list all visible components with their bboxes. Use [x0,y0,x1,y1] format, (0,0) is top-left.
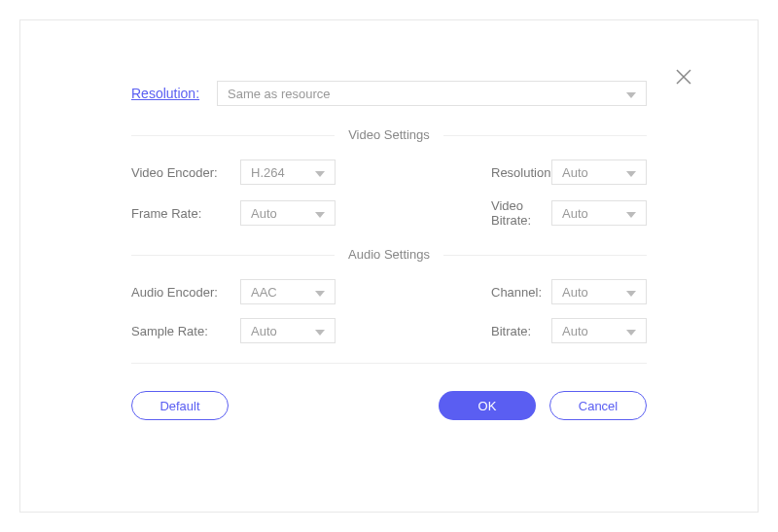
resolution-link-label[interactable]: Resolution: [131,86,199,101]
chevron-down-icon [315,165,325,180]
close-icon [674,67,693,90]
chevron-down-icon [626,206,636,221]
frame-rate-label: Frame Rate: [131,206,240,221]
video-resolution-label: Resolution: [491,165,551,180]
chevron-down-icon [315,206,325,221]
sample-rate-label: Sample Rate: [131,324,240,338]
chevron-down-icon [315,285,325,300]
audio-settings-title: Audio Settings [335,247,443,262]
video-resolution-value: Auto [562,165,588,180]
channel-label: Channel: [491,285,551,300]
video-encoder-value: H.264 [251,165,285,180]
video-resolution-select[interactable]: Auto [551,160,647,185]
audio-bitrate-value: Auto [562,324,588,338]
divider [131,363,647,364]
chevron-down-icon [626,285,636,300]
video-bitrate-label: Video Bitrate: [491,198,551,228]
video-settings-title: Video Settings [335,127,443,142]
audio-bitrate-label: Bitrate: [491,324,551,338]
close-button[interactable] [670,65,697,92]
audio-bitrate-select[interactable]: Auto [551,318,647,343]
chevron-down-icon [626,87,636,101]
chevron-down-icon [626,324,636,338]
chevron-down-icon [626,165,636,180]
audio-encoder-label: Audio Encoder: [131,285,240,300]
frame-rate-select[interactable]: Auto [240,200,336,226]
audio-settings-grid: Audio Encoder: AAC Channel: Auto Sample … [131,279,647,343]
video-encoder-select[interactable]: H.264 [240,160,336,185]
channel-select[interactable]: Auto [551,279,647,304]
audio-settings-header: Audio Settings [131,247,647,262]
top-resolution-row: Resolution: Same as resource [131,81,647,106]
cancel-button[interactable]: Cancel [549,391,647,420]
audio-encoder-value: AAC [251,285,277,300]
video-settings-grid: Video Encoder: H.264 Resolution: Auto Fr… [131,160,647,228]
chevron-down-icon [315,324,325,338]
button-row: Default OK Cancel [131,391,647,420]
frame-rate-value: Auto [251,206,277,221]
video-encoder-label: Video Encoder: [131,165,240,180]
settings-dialog: Resolution: Same as resource Video Setti… [19,19,759,513]
ok-button[interactable]: OK [439,391,536,420]
sample-rate-value: Auto [251,324,277,338]
audio-encoder-select[interactable]: AAC [240,279,336,304]
video-settings-header: Video Settings [131,127,647,142]
video-bitrate-value: Auto [562,206,588,221]
sample-rate-select[interactable]: Auto [240,318,336,343]
resolution-top-select[interactable]: Same as resource [217,81,647,106]
video-bitrate-select[interactable]: Auto [551,200,647,226]
resolution-top-value: Same as resource [228,87,331,101]
channel-value: Auto [562,285,588,300]
default-button[interactable]: Default [131,391,229,420]
